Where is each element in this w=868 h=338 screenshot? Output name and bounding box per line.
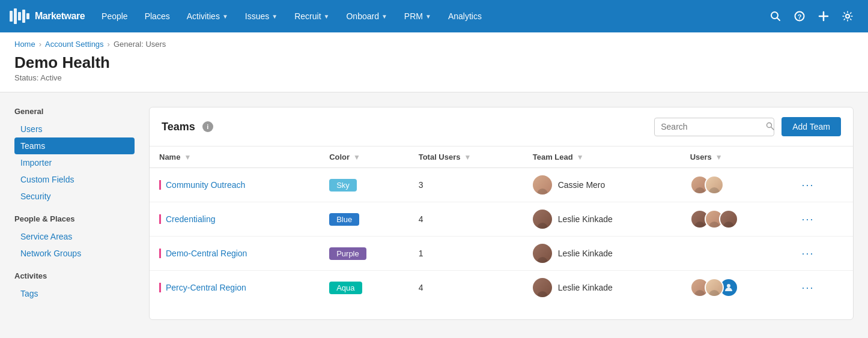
team-lead-name-1: Cassie Mero [558, 180, 605, 190]
svg-rect-2 [18, 12, 21, 20]
col-total-users: Total Users ▼ [409, 146, 523, 168]
total-users-4: 4 [419, 283, 423, 292]
page-header: Home › Account Settings › General: Users… [0, 32, 868, 92]
avatar-leslie-3 [533, 244, 552, 263]
settings-icon-btn[interactable] [837, 5, 858, 27]
main-layout: General Users Teams Importer Custom Fiel… [0, 92, 868, 334]
svg-line-6 [777, 18, 780, 21]
team-lead-filter-icon[interactable]: ▼ [577, 153, 584, 161]
user-avatar-4b [705, 278, 724, 297]
breadcrumb: Home › Account Settings › General: Users [14, 40, 854, 49]
breadcrumb-sep-1: › [39, 40, 41, 49]
svg-point-14 [727, 284, 730, 288]
users-filter-icon[interactable]: ▼ [715, 153, 723, 161]
logo[interactable]: Marketware [10, 8, 85, 24]
col-name: Name ▼ [150, 146, 320, 168]
nav-activities[interactable]: Activities ▼ [180, 7, 235, 26]
col-team-lead: Team Lead ▼ [523, 146, 681, 168]
users-avatars-4 [690, 278, 778, 297]
svg-rect-0 [10, 11, 13, 22]
total-users-2: 4 [419, 214, 423, 224]
sidebar-item-service-areas[interactable]: Service Areas [14, 228, 135, 245]
svg-point-11 [846, 14, 849, 18]
search-icon[interactable] [766, 122, 774, 132]
prm-dropdown-arrow: ▼ [425, 13, 431, 20]
total-users-filter-icon[interactable]: ▼ [464, 153, 472, 161]
nav-issues[interactable]: Issues ▼ [238, 7, 285, 26]
logo-text: Marketware [35, 11, 85, 22]
more-options-btn-4[interactable]: ··· [797, 279, 819, 296]
sidebar-item-importer[interactable]: Importer [14, 154, 135, 171]
svg-text:?: ? [798, 13, 802, 20]
breadcrumb-home[interactable]: Home [14, 40, 35, 49]
team-lead-cell-2: Leslie Kinkade [533, 210, 671, 229]
color-filter-icon[interactable]: ▼ [353, 153, 360, 161]
more-options-btn-3[interactable]: ··· [797, 245, 819, 262]
table-row: Demo-Central Region Purple 1 Leslie Kink… [150, 237, 853, 271]
nav-onboard[interactable]: Onboard ▼ [339, 7, 394, 26]
breadcrumb-sep-2: › [108, 40, 110, 49]
sidebar-item-teams[interactable]: Teams [14, 137, 135, 154]
content-panel: Teams i Add Team Name [149, 107, 854, 320]
nav-prm[interactable]: PRM ▼ [397, 7, 439, 26]
search-icon-btn[interactable] [765, 5, 786, 27]
breadcrumb-account-settings[interactable]: Account Settings [45, 40, 104, 49]
add-icon-btn[interactable] [813, 5, 834, 27]
team-lead-name-3: Leslie Kinkade [558, 249, 613, 258]
nav-places[interactable]: Places [138, 7, 177, 26]
user-avatar-1b [705, 175, 724, 195]
sidebar-section-people-places: People & Places [14, 214, 135, 223]
onboard-dropdown-arrow: ▼ [381, 13, 387, 20]
sidebar-item-network-groups[interactable]: Network Groups [14, 245, 135, 262]
recruit-dropdown-arrow: ▼ [324, 13, 330, 20]
team-lead-cell-4: Leslie Kinkade [533, 278, 671, 297]
avatar-leslie-2 [533, 210, 552, 229]
search-box [654, 118, 774, 136]
total-users-3: 1 [419, 249, 423, 258]
users-avatars-2 [690, 210, 778, 229]
svg-rect-1 [14, 8, 17, 24]
col-users: Users ▼ [681, 146, 788, 168]
add-team-button[interactable]: Add Team [782, 117, 841, 136]
team-lead-name-4: Leslie Kinkade [558, 283, 613, 292]
help-icon-btn[interactable]: ? [789, 5, 810, 27]
team-name-percy-central[interactable]: Percy-Central Region [166, 283, 246, 292]
user-avatar-2c [719, 210, 738, 229]
more-options-btn-1[interactable]: ··· [797, 177, 819, 193]
page-status: Status: Active [14, 73, 854, 82]
sidebar-item-custom-fields[interactable]: Custom Fields [14, 171, 135, 188]
table-row: Community Outreach Sky 3 Cassie Mero [150, 168, 853, 202]
search-input[interactable] [661, 122, 766, 131]
color-badge-sky: Sky [329, 179, 357, 192]
sidebar-item-users[interactable]: Users [14, 121, 135, 137]
color-badge-purple: Purple [329, 247, 366, 260]
team-lead-name-2: Leslie Kinkade [558, 214, 613, 224]
nav-people[interactable]: People [94, 7, 135, 26]
avatar-leslie-4 [533, 278, 552, 297]
nav-analytics[interactable]: Analytics [441, 7, 489, 26]
users-avatars-1 [690, 175, 778, 195]
col-actions [787, 146, 853, 168]
info-icon[interactable]: i [202, 121, 213, 132]
team-name-credentialing[interactable]: Credentialing [166, 214, 216, 224]
panel-header: Teams i Add Team [150, 107, 853, 146]
table-row: Credentialing Blue 4 Leslie Kinkade [150, 202, 853, 237]
nav-recruit[interactable]: Recruit ▼ [287, 7, 336, 26]
svg-rect-4 [26, 13, 29, 19]
sidebar: General Users Teams Importer Custom Fiel… [14, 107, 135, 320]
sidebar-item-security[interactable]: Security [14, 188, 135, 205]
team-name-demo-central[interactable]: Demo-Central Region [166, 249, 247, 258]
page-title: Demo Health [14, 53, 854, 72]
name-filter-icon[interactable]: ▼ [184, 153, 191, 161]
sidebar-item-tags[interactable]: Tags [14, 285, 135, 302]
activities-dropdown-arrow: ▼ [222, 13, 228, 20]
sidebar-section-general: General [14, 107, 135, 116]
panel-title: Teams [162, 121, 195, 133]
sidebar-section-activities: Activites [14, 271, 135, 280]
color-badge-blue: Blue [329, 213, 359, 226]
more-options-btn-2[interactable]: ··· [797, 211, 819, 228]
avatar-cassie [533, 175, 552, 195]
top-nav: Marketware People Places Activities ▼ Is… [0, 0, 868, 32]
team-name-community-outreach[interactable]: Community Outreach [166, 180, 245, 190]
issues-dropdown-arrow: ▼ [272, 13, 278, 20]
